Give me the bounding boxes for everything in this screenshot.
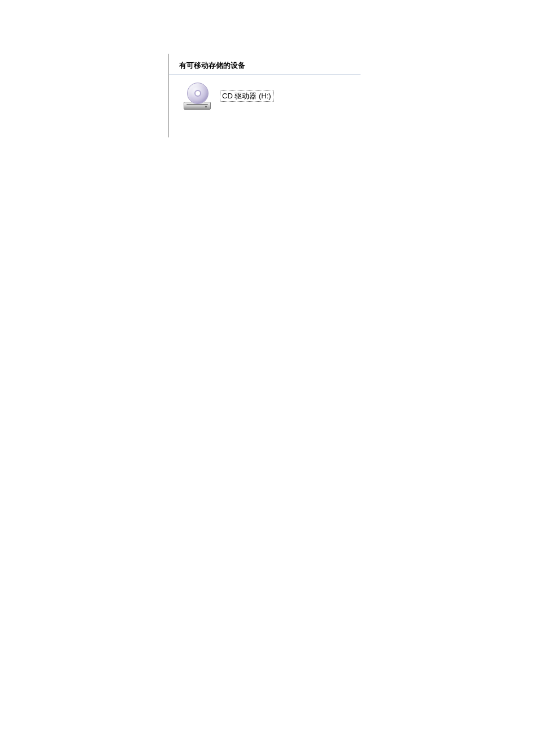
drive-label[interactable]: CD 驱动器 (H:)	[220, 90, 273, 102]
removable-storage-section: 有可移动存储的设备 CD 驱动器 (H:)	[168, 54, 361, 137]
section-title: 有可移动存储的设备	[179, 61, 245, 70]
drive-item[interactable]: CD 驱动器 (H:)	[169, 75, 361, 118]
cd-drive-icon	[183, 83, 212, 110]
section-header: 有可移动存储的设备	[169, 54, 361, 75]
